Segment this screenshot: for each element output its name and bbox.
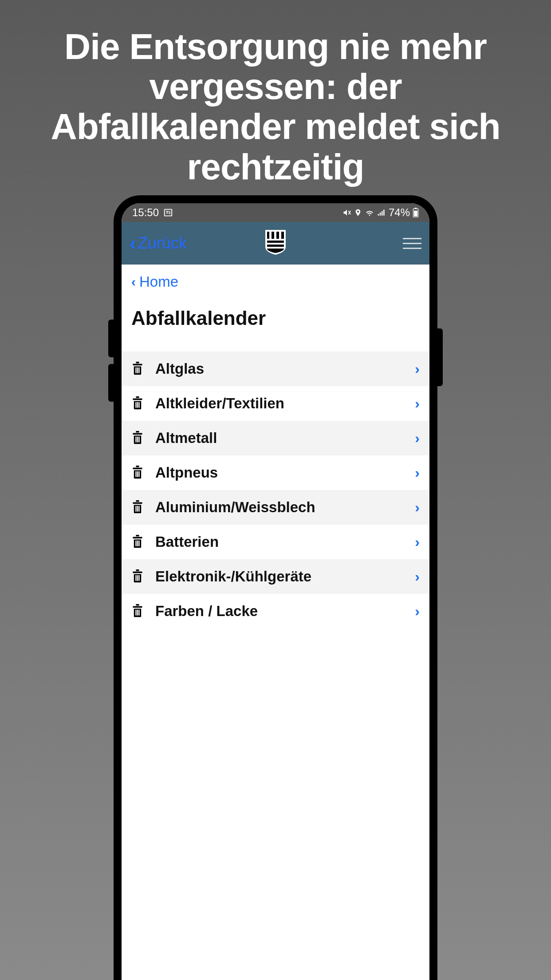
chevron-right-icon: ›	[415, 430, 420, 447]
hamburger-icon	[403, 238, 421, 239]
battery-icon	[413, 208, 419, 217]
chevron-right-icon: ›	[415, 499, 420, 516]
svg-rect-28	[138, 402, 139, 408]
trash-icon	[131, 360, 144, 377]
svg-rect-17	[267, 241, 284, 243]
list-item-label: Aluminium/Weissblech	[155, 499, 403, 516]
list-item-label: Elektronik-/Kühlgeräte	[155, 568, 403, 585]
svg-rect-19	[133, 364, 142, 366]
svg-rect-32	[137, 437, 138, 443]
breadcrumb-home[interactable]: ‹ Home	[122, 265, 429, 299]
phone-button-volume-up	[108, 320, 114, 357]
list-item[interactable]: Aluminium/Weissblech›	[122, 490, 429, 525]
svg-rect-58	[138, 610, 139, 616]
svg-rect-40	[136, 500, 139, 502]
chevron-left-icon: ‹	[130, 232, 136, 254]
svg-rect-30	[136, 431, 139, 433]
svg-rect-57	[137, 610, 138, 616]
mute-icon	[342, 208, 351, 217]
list-item-label: Altglas	[155, 360, 403, 377]
chevron-right-icon: ›	[415, 534, 420, 550]
list-item[interactable]: Altpneus›	[122, 455, 429, 490]
breadcrumb-home-label: Home	[139, 273, 178, 290]
svg-rect-9	[383, 209, 385, 215]
svg-rect-31	[135, 437, 136, 443]
svg-rect-37	[137, 471, 138, 477]
svg-rect-14	[269, 232, 272, 239]
svg-rect-29	[133, 433, 142, 435]
trash-icon	[131, 568, 144, 585]
trash-icon	[131, 603, 144, 620]
svg-rect-33	[138, 437, 139, 443]
svg-rect-45	[136, 535, 139, 537]
trash-icon	[131, 464, 144, 481]
chevron-right-icon: ›	[415, 603, 420, 620]
status-right: 74%	[342, 206, 419, 219]
phone-button-power	[437, 328, 443, 386]
svg-rect-46	[135, 541, 136, 546]
svg-rect-51	[135, 575, 136, 581]
list-item[interactable]: Elektronik-/Kühlgeräte›	[122, 559, 429, 594]
svg-rect-27	[137, 402, 138, 408]
waste-category-list: Altglas›Altkleider/Textilien›Altmetall›A…	[122, 352, 429, 628]
svg-rect-22	[137, 368, 138, 373]
trash-icon	[131, 499, 144, 516]
promo-headline: Die Entsorgung nie mehr vergessen: der A…	[0, 0, 551, 187]
status-left: 15:50	[132, 206, 173, 219]
svg-rect-7	[380, 213, 381, 216]
svg-rect-39	[133, 502, 142, 504]
svg-rect-55	[136, 604, 139, 606]
svg-rect-34	[133, 468, 142, 470]
back-button[interactable]: ‹ Zurück	[130, 232, 187, 254]
chevron-right-icon: ›	[415, 361, 420, 377]
svg-rect-38	[138, 471, 139, 477]
status-bar: 15:50 74%	[122, 203, 429, 222]
svg-rect-24	[133, 399, 142, 400]
svg-rect-35	[136, 466, 139, 467]
svg-rect-16	[279, 232, 281, 239]
menu-button[interactable]	[403, 238, 421, 249]
phone-button-volume-down	[108, 364, 114, 402]
wifi-icon	[365, 208, 374, 217]
location-icon	[354, 209, 362, 217]
list-item-label: Altmetall	[155, 430, 403, 447]
svg-rect-18	[267, 245, 284, 247]
list-item[interactable]: Altkleider/Textilien›	[122, 386, 429, 421]
svg-rect-47	[137, 541, 138, 546]
trash-icon	[131, 395, 144, 412]
svg-rect-43	[138, 506, 139, 512]
status-battery-percent: 74%	[389, 206, 410, 219]
svg-rect-41	[135, 506, 136, 512]
svg-rect-36	[135, 471, 136, 477]
phone-screen: 15:50 74%	[122, 203, 429, 980]
svg-rect-52	[137, 575, 138, 581]
list-item[interactable]: Altglas›	[122, 352, 429, 386]
svg-rect-20	[136, 362, 139, 364]
list-item-label: Altkleider/Textilien	[155, 395, 403, 412]
chevron-left-icon: ‹	[131, 274, 136, 289]
list-item-label: Altpneus	[155, 464, 403, 481]
svg-rect-54	[133, 606, 142, 608]
list-item[interactable]: Batterien›	[122, 525, 429, 559]
svg-rect-15	[274, 232, 276, 239]
list-item[interactable]: Altmetall›	[122, 421, 429, 455]
list-item[interactable]: Farben / Lacke›	[122, 594, 429, 628]
trash-icon	[131, 533, 144, 550]
signal-icon	[377, 208, 386, 217]
svg-rect-26	[135, 402, 136, 408]
svg-rect-50	[136, 569, 139, 571]
svg-rect-44	[133, 537, 142, 539]
svg-rect-49	[133, 572, 142, 573]
svg-rect-23	[138, 368, 139, 373]
svg-rect-12	[414, 211, 417, 217]
nav-bar: ‹ Zurück	[122, 222, 429, 265]
trash-icon	[131, 430, 144, 447]
svg-rect-21	[135, 368, 136, 373]
app-logo	[265, 230, 286, 257]
chevron-right-icon: ›	[415, 395, 420, 412]
svg-rect-25	[136, 396, 139, 398]
svg-rect-48	[138, 541, 139, 546]
news-icon	[163, 208, 173, 217]
svg-rect-56	[135, 610, 136, 616]
svg-rect-53	[138, 575, 139, 581]
